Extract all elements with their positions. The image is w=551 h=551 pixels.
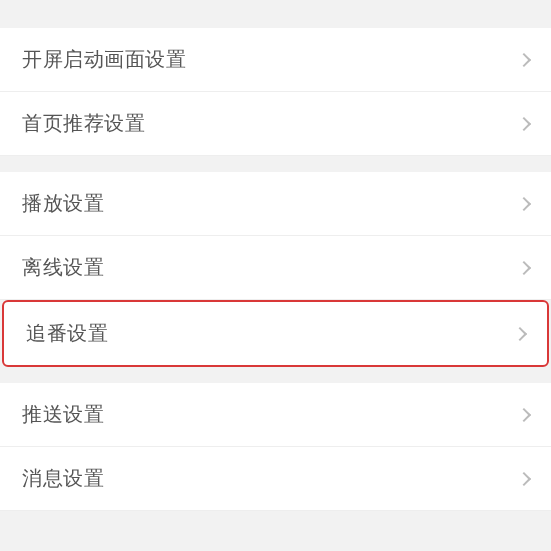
settings-item-anime-follow[interactable]: 追番设置	[2, 300, 549, 367]
settings-label: 开屏启动画面设置	[22, 46, 186, 73]
chevron-right-icon	[517, 196, 531, 210]
section-divider	[0, 156, 551, 172]
settings-list: 开屏启动画面设置 首页推荐设置 播放设置 离线设置 追番设置 推送设置 消息设置	[0, 0, 551, 527]
settings-item-message[interactable]: 消息设置	[0, 447, 551, 511]
settings-item-playback[interactable]: 播放设置	[0, 172, 551, 236]
settings-label: 消息设置	[22, 465, 104, 492]
chevron-right-icon	[517, 52, 531, 66]
settings-item-homepage[interactable]: 首页推荐设置	[0, 92, 551, 156]
chevron-right-icon	[517, 116, 531, 130]
settings-label: 追番设置	[26, 320, 108, 347]
settings-label: 首页推荐设置	[22, 110, 145, 137]
section-divider	[0, 511, 551, 527]
settings-label: 播放设置	[22, 190, 104, 217]
settings-label: 推送设置	[22, 401, 104, 428]
chevron-right-icon	[513, 326, 527, 340]
chevron-right-icon	[517, 407, 531, 421]
settings-label: 离线设置	[22, 254, 104, 281]
chevron-right-icon	[517, 260, 531, 274]
settings-item-push[interactable]: 推送设置	[0, 383, 551, 447]
section-divider	[0, 367, 551, 383]
settings-item-splash[interactable]: 开屏启动画面设置	[0, 28, 551, 92]
chevron-right-icon	[517, 471, 531, 485]
settings-item-offline[interactable]: 离线设置	[0, 236, 551, 300]
section-divider	[0, 0, 551, 28]
